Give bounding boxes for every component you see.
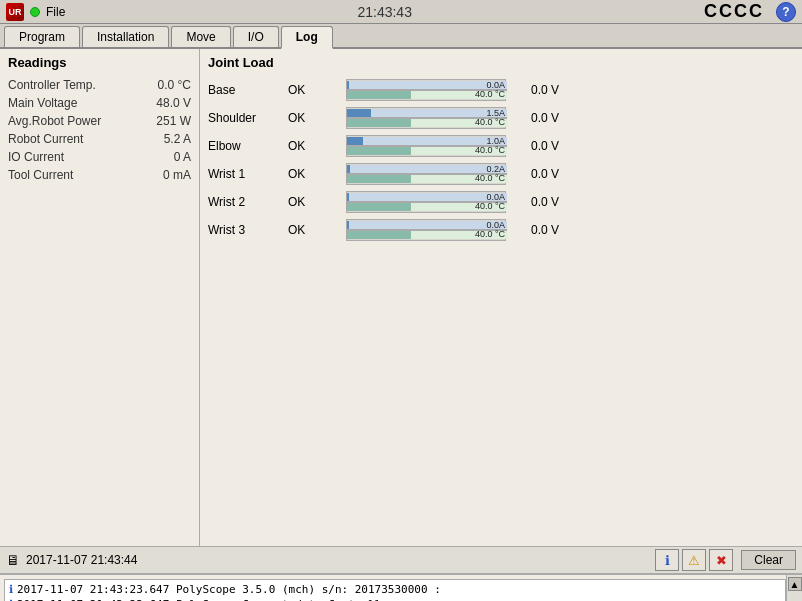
joint-name: Wrist 3 bbox=[208, 223, 288, 237]
main-content: Readings Controller Temp.0.0 °CMain Volt… bbox=[0, 49, 802, 546]
log-info-icon: ℹ bbox=[9, 583, 13, 596]
reading-label: Avg.Robot Power bbox=[8, 114, 101, 128]
joint-name: Base bbox=[208, 83, 288, 97]
joint-row: Wrist 1 OK 0.2A 40.0 °C 0.0 V bbox=[208, 160, 794, 188]
scrollbar-up[interactable]: ▲ bbox=[788, 577, 802, 591]
joint-row: Base OK 0.0A 40.0 °C 0.0 V bbox=[208, 76, 794, 104]
joint-bar: 0.0A 40.0 °C bbox=[346, 79, 506, 101]
log-area[interactable]: ℹ2017-11-07 21:43:23.647 PolyScope 3.5.0… bbox=[4, 579, 786, 601]
log-entry: ℹ2017-11-07 21:43:23.647 PolyScope Conne… bbox=[9, 597, 781, 601]
reading-label: Controller Temp. bbox=[8, 78, 96, 92]
joint-panel: Joint Load Base OK 0.0A 40.0 °C 0.0 V Sh… bbox=[200, 49, 802, 546]
joint-status: OK bbox=[288, 83, 338, 97]
reading-row: Controller Temp.0.0 °C bbox=[8, 76, 191, 94]
joint-name: Elbow bbox=[208, 139, 288, 153]
reading-row: IO Current0 A bbox=[8, 148, 191, 166]
joint-voltage: 0.0 V bbox=[514, 83, 559, 97]
reading-value: 5.2 A bbox=[164, 132, 191, 146]
log-timestamp: 2017-11-07 21:43:44 bbox=[26, 553, 137, 567]
clock: 21:43:43 bbox=[357, 4, 412, 20]
joint-status: OK bbox=[288, 223, 338, 237]
monitor-icon: 🖥 bbox=[6, 552, 20, 568]
filter-warn-button[interactable]: ⚠ bbox=[682, 549, 706, 571]
joint-name: Wrist 1 bbox=[208, 167, 288, 181]
safety-code: CCCC bbox=[704, 1, 764, 22]
reading-value: 0 A bbox=[174, 150, 191, 164]
joint-name: Wrist 2 bbox=[208, 195, 288, 209]
joint-name: Shoulder bbox=[208, 111, 288, 125]
reading-row: Robot Current5.2 A bbox=[8, 130, 191, 148]
reading-value: 0.0 °C bbox=[158, 78, 191, 92]
joint-voltage: 0.0 V bbox=[514, 167, 559, 181]
joint-status: OK bbox=[288, 111, 338, 125]
joint-voltage: 0.0 V bbox=[514, 195, 559, 209]
reading-row: Main Voltage48.0 V bbox=[8, 94, 191, 112]
filter-info-button[interactable]: ℹ bbox=[655, 549, 679, 571]
tab-program[interactable]: Program bbox=[4, 26, 80, 47]
log-text: 2017-11-07 21:43:23.647 PolyScope 3.5.0 … bbox=[17, 583, 441, 596]
reading-label: Robot Current bbox=[8, 132, 83, 146]
reading-value: 48.0 V bbox=[156, 96, 191, 110]
joint-bar: 0.2A 40.0 °C bbox=[346, 163, 506, 185]
joint-row: Shoulder OK 1.5A 40.0 °C 0.0 V bbox=[208, 104, 794, 132]
reading-label: Main Voltage bbox=[8, 96, 77, 110]
title-bar: UR File 21:43:43 CCCC ? bbox=[0, 0, 802, 24]
reading-value: 0 mA bbox=[163, 168, 191, 182]
joint-voltage: 0.0 V bbox=[514, 223, 559, 237]
reading-row: Avg.Robot Power251 W bbox=[8, 112, 191, 130]
tab-installation[interactable]: Installation bbox=[82, 26, 169, 47]
tab-move[interactable]: Move bbox=[171, 26, 230, 47]
file-menu[interactable]: File bbox=[46, 5, 65, 19]
joint-bar: 0.0A 40.0 °C bbox=[346, 191, 506, 213]
joint-row: Elbow OK 1.0A 40.0 °C 0.0 V bbox=[208, 132, 794, 160]
status-dot bbox=[30, 7, 40, 17]
joint-status: OK bbox=[288, 139, 338, 153]
reading-value: 251 W bbox=[156, 114, 191, 128]
joint-voltage: 0.0 V bbox=[514, 111, 559, 125]
joint-bar: 1.5A 40.0 °C bbox=[346, 107, 506, 129]
reading-row: Tool Current0 mA bbox=[8, 166, 191, 184]
readings-panel: Readings Controller Temp.0.0 °CMain Volt… bbox=[0, 49, 200, 546]
log-entry: ℹ2017-11-07 21:43:23.647 PolyScope 3.5.0… bbox=[9, 582, 781, 597]
joint-voltage: 0.0 V bbox=[514, 139, 559, 153]
help-button[interactable]: ? bbox=[776, 2, 796, 22]
joint-bar: 0.0A 40.0 °C bbox=[346, 219, 506, 241]
joint-status: OK bbox=[288, 195, 338, 209]
joint-status: OK bbox=[288, 167, 338, 181]
clear-button[interactable]: Clear bbox=[741, 550, 796, 570]
reading-label: Tool Current bbox=[8, 168, 73, 182]
tab-log[interactable]: Log bbox=[281, 26, 333, 49]
joint-bar: 1.0A 40.0 °C bbox=[346, 135, 506, 157]
reading-label: IO Current bbox=[8, 150, 64, 164]
tab-io[interactable]: I/O bbox=[233, 26, 279, 47]
filter-error-button[interactable]: ✖ bbox=[709, 549, 733, 571]
log-bar: 🖥 2017-11-07 21:43:44 ℹ ⚠ ✖ Clear bbox=[0, 546, 802, 574]
joint-title: Joint Load bbox=[208, 55, 794, 70]
readings-title: Readings bbox=[8, 55, 191, 70]
app-logo: UR bbox=[6, 3, 24, 21]
joint-row: Wrist 3 OK 0.0A 40.0 °C 0.0 V bbox=[208, 216, 794, 244]
joint-row: Wrist 2 OK 0.0A 40.0 °C 0.0 V bbox=[208, 188, 794, 216]
tab-bar: Program Installation Move I/O Log bbox=[0, 24, 802, 49]
